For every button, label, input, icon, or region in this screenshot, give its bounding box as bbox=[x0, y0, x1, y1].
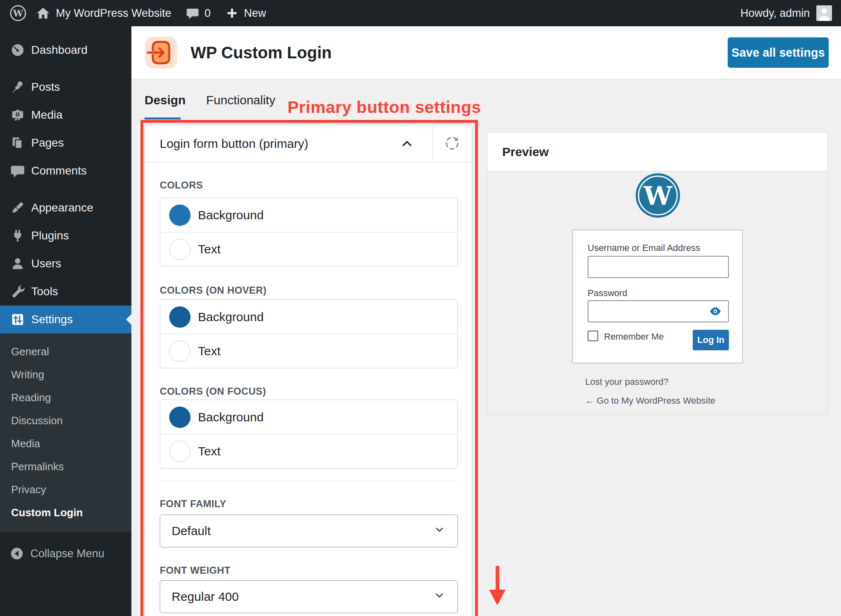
background-hover-color-row[interactable]: Background bbox=[160, 300, 457, 334]
remember-me-checkbox[interactable] bbox=[588, 331, 598, 341]
submenu-item-permalinks[interactable]: Permalinks bbox=[0, 455, 131, 478]
svg-text:W: W bbox=[643, 181, 673, 211]
sidebar-item-comments[interactable]: Comments bbox=[0, 157, 131, 185]
chevron-down-icon bbox=[433, 523, 446, 539]
panel-header[interactable]: Login form button (primary) bbox=[145, 125, 472, 162]
annotation-text: Primary button settings bbox=[287, 98, 481, 117]
active-menu-notch bbox=[126, 314, 131, 325]
sidebar-item-settings[interactable]: Settings bbox=[0, 306, 131, 333]
password-label: Password bbox=[588, 288, 627, 299]
sidebar-item-appearance[interactable]: Appearance bbox=[0, 194, 131, 222]
panel-title: Login form button (primary) bbox=[160, 125, 308, 162]
sidebar-item-label: Plugins bbox=[31, 229, 69, 242]
dashboard-icon bbox=[10, 42, 25, 58]
sidebar-item-label: Appearance bbox=[31, 201, 93, 214]
sidebar-item-label: Tools bbox=[31, 285, 58, 298]
camera-icon bbox=[10, 107, 25, 123]
pushpin-icon bbox=[10, 79, 25, 95]
text-color-row[interactable]: Text bbox=[160, 232, 457, 266]
sidebar-item-label: Dashboard bbox=[31, 44, 87, 57]
comments-count[interactable]: 0 bbox=[205, 0, 211, 26]
howdy-text: Howdy, admin bbox=[740, 7, 810, 20]
preview-title: Preview bbox=[502, 133, 549, 171]
preview-panel: Preview W Username or Email Address Pass… bbox=[487, 132, 828, 415]
sidebar-item-posts[interactable]: Posts bbox=[0, 73, 131, 101]
remember-me-label: Remember Me bbox=[604, 331, 664, 342]
background-focus-color-swatch[interactable] bbox=[169, 407, 191, 428]
settings-submenu: General Writing Reading Discussion Media… bbox=[0, 333, 131, 532]
collapse-arrow-icon bbox=[9, 546, 25, 561]
font-family-label: FONT FAMILY bbox=[160, 498, 226, 510]
site-name-link[interactable]: My WordPress Website bbox=[56, 0, 171, 26]
background-hover-color-swatch[interactable] bbox=[169, 306, 191, 328]
sidebar-item-users[interactable]: Users bbox=[0, 250, 131, 278]
save-all-settings-button[interactable]: Save all settings bbox=[728, 37, 829, 68]
tab-design[interactable]: Design bbox=[145, 87, 186, 113]
text-hover-color-swatch[interactable] bbox=[169, 340, 191, 362]
divider bbox=[160, 481, 458, 481]
paintbrush-icon bbox=[10, 200, 25, 216]
submenu-item-discussion[interactable]: Discussion bbox=[0, 409, 131, 432]
submenu-item-media[interactable]: Media bbox=[0, 432, 131, 455]
color-row-label: Text bbox=[198, 344, 221, 358]
font-family-value: Default bbox=[172, 524, 211, 538]
active-tab-underline bbox=[145, 117, 181, 120]
plus-icon[interactable] bbox=[225, 0, 239, 26]
comment-icon bbox=[10, 163, 25, 179]
login-form-preview: Username or Email Address Password Remem… bbox=[572, 230, 743, 363]
password-input[interactable] bbox=[588, 300, 729, 322]
primary-button-settings-panel: Login form button (primary) COLORS Backg… bbox=[145, 125, 472, 616]
text-focus-color-swatch[interactable] bbox=[169, 441, 191, 462]
log-in-button[interactable]: Log In bbox=[693, 330, 729, 350]
sidebar-item-label: Media bbox=[31, 108, 62, 122]
admin-bar: W My WordPress Website 0 New Howdy, admi… bbox=[0, 0, 841, 26]
settings-sliders-icon bbox=[10, 312, 25, 327]
font-weight-select[interactable]: Regular 400 bbox=[160, 580, 458, 613]
wrench-icon bbox=[10, 284, 25, 299]
text-hover-color-row[interactable]: Text bbox=[160, 334, 457, 368]
tab-functionality[interactable]: Functionality bbox=[206, 87, 275, 113]
account-menu[interactable]: Howdy, admin bbox=[740, 0, 832, 26]
show-password-eye-icon[interactable] bbox=[709, 307, 722, 316]
background-color-row[interactable]: Background bbox=[160, 198, 457, 232]
sidebar-item-tools[interactable]: Tools bbox=[0, 278, 131, 306]
svg-text:W: W bbox=[13, 8, 23, 18]
colors-focus-section-label: COLORS (ON FOCUS) bbox=[160, 386, 266, 397]
username-input[interactable] bbox=[588, 256, 729, 278]
collapse-menu-button[interactable]: Collapse Menu bbox=[0, 540, 131, 568]
submenu-item-writing[interactable]: Writing bbox=[0, 363, 131, 386]
wordpress-logo-icon[interactable]: W bbox=[9, 0, 27, 26]
sidebar-item-dashboard[interactable]: Dashboard bbox=[0, 36, 131, 64]
page-title: WP Custom Login bbox=[191, 26, 332, 79]
font-family-select[interactable]: Default bbox=[160, 515, 458, 547]
submenu-item-general[interactable]: General bbox=[0, 340, 131, 363]
text-color-swatch[interactable] bbox=[169, 239, 191, 260]
chevron-up-icon[interactable] bbox=[400, 136, 414, 151]
lost-password-link[interactable]: Lost your password? bbox=[585, 377, 669, 387]
new-link[interactable]: New bbox=[244, 0, 266, 26]
sidebar-item-plugins[interactable]: Plugins bbox=[0, 222, 131, 250]
sidebar-item-pages[interactable]: Pages bbox=[0, 129, 131, 157]
submenu-item-reading[interactable]: Reading bbox=[0, 386, 131, 409]
home-icon[interactable] bbox=[35, 0, 51, 26]
sidebar-item-label: Users bbox=[31, 257, 61, 270]
avatar bbox=[816, 5, 832, 21]
text-focus-color-row[interactable]: Text bbox=[160, 434, 457, 468]
wordpress-logo-icon: W bbox=[9, 4, 27, 22]
plug-icon bbox=[10, 228, 25, 244]
chevron-down-icon bbox=[433, 589, 446, 605]
username-label: Username or Email Address bbox=[588, 243, 700, 253]
submenu-item-custom-login[interactable]: Custom Login bbox=[0, 501, 131, 524]
submenu-item-privacy[interactable]: Privacy bbox=[0, 478, 131, 501]
background-color-swatch[interactable] bbox=[169, 205, 191, 226]
font-weight-label: FONT WEIGHT bbox=[160, 565, 230, 576]
colors-hover-section-label: COLORS (ON HOVER) bbox=[160, 285, 267, 296]
collapse-menu-label: Collapse Menu bbox=[30, 547, 104, 560]
comments-bubble-icon[interactable] bbox=[186, 0, 200, 26]
background-focus-color-row[interactable]: Background bbox=[160, 400, 457, 434]
sidebar-item-media[interactable]: Media bbox=[0, 101, 131, 129]
color-row-label: Text bbox=[198, 242, 221, 256]
back-to-site-link[interactable]: ← Go to My WordPress Website bbox=[585, 395, 715, 406]
font-weight-value: Regular 400 bbox=[172, 590, 239, 604]
reset-section-button[interactable] bbox=[443, 135, 461, 153]
